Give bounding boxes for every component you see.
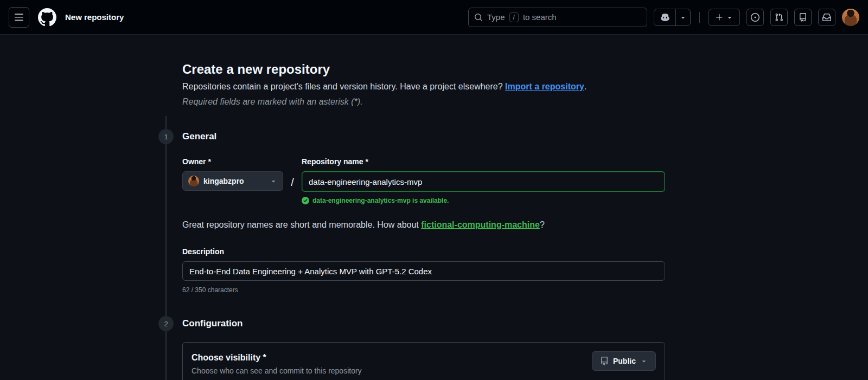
availability-text: data-engineering-analytics-mvp is availa… bbox=[312, 197, 449, 204]
steps-connector-line bbox=[165, 116, 167, 380]
page-title: Create a new repository bbox=[182, 61, 665, 78]
issues-button[interactable] bbox=[746, 9, 764, 26]
search-icon bbox=[474, 13, 483, 22]
owner-select-button[interactable]: kingabzpro bbox=[182, 171, 283, 191]
git-pull-request-icon bbox=[775, 13, 783, 22]
hamburger-menu-button[interactable] bbox=[9, 7, 29, 28]
suggestion-suffix: ? bbox=[540, 220, 545, 229]
choose-visibility-label: Choose visibility * bbox=[192, 352, 362, 363]
copilot-dropdown-button[interactable] bbox=[676, 9, 690, 25]
copilot-split-button bbox=[654, 9, 691, 26]
copilot-icon bbox=[660, 12, 670, 22]
main-content: Create a new repository Repositories con… bbox=[0, 35, 868, 380]
general-section: 1 General Owner * kingabzpro / Rep bbox=[182, 129, 665, 294]
configuration-heading: Configuration bbox=[182, 318, 242, 329]
step-1-badge: 1 bbox=[158, 129, 174, 144]
inbox-button[interactable] bbox=[818, 9, 835, 26]
import-repository-link[interactable]: Import a repository bbox=[505, 82, 584, 91]
search-placeholder-prefix: Type bbox=[487, 12, 505, 22]
character-counter: 62 / 350 characters bbox=[182, 286, 665, 294]
user-avatar[interactable] bbox=[842, 9, 859, 26]
copilot-button[interactable] bbox=[654, 9, 676, 25]
visibility-help-text: Choose who can see and commit to this re… bbox=[192, 366, 362, 375]
general-heading: General bbox=[182, 131, 216, 142]
suggestion-prefix: Great repository names are short and mem… bbox=[182, 220, 421, 229]
owner-label: Owner * bbox=[182, 156, 283, 167]
repository-name-label: Repository name * bbox=[302, 156, 665, 167]
pull-requests-button[interactable] bbox=[770, 9, 788, 26]
create-new-button[interactable] bbox=[709, 9, 740, 26]
intro-text-end: . bbox=[584, 82, 586, 91]
owner-repo-separator: / bbox=[283, 172, 302, 192]
visibility-select-button[interactable]: Public bbox=[592, 351, 656, 371]
repository-name-input[interactable] bbox=[302, 171, 665, 192]
visibility-value: Public bbox=[613, 357, 636, 365]
inbox-icon bbox=[822, 13, 831, 22]
chevron-down-icon bbox=[726, 14, 733, 21]
chevron-down-icon bbox=[640, 357, 648, 365]
repo-icon bbox=[799, 13, 807, 22]
required-fields-note: Required fields are marked with an aster… bbox=[182, 95, 665, 108]
description-input[interactable] bbox=[182, 261, 665, 281]
step-2-badge: 2 bbox=[158, 316, 174, 331]
issue-opened-icon bbox=[751, 13, 760, 22]
intro-text: Repositories contain a project's files a… bbox=[182, 80, 665, 93]
owner-avatar bbox=[188, 176, 199, 186]
chevron-down-icon bbox=[270, 177, 277, 185]
header-divider bbox=[699, 12, 700, 23]
availability-message: data-engineering-analytics-mvp is availa… bbox=[302, 197, 665, 204]
description-label: Description bbox=[182, 246, 665, 257]
visibility-card: Choose visibility * Choose who can see a… bbox=[182, 342, 665, 380]
chevron-down-icon bbox=[679, 14, 687, 21]
owner-name: kingabzpro bbox=[203, 177, 244, 185]
global-search-input[interactable]: Type / to search bbox=[468, 8, 647, 27]
slash-key-hint: / bbox=[509, 12, 519, 22]
suggested-name-link[interactable]: fictional-computing-machine bbox=[421, 220, 540, 229]
github-logo[interactable] bbox=[38, 8, 56, 27]
three-bars-icon bbox=[14, 12, 24, 22]
repositories-button[interactable] bbox=[794, 9, 812, 26]
configuration-section: 2 Configuration Choose visibility * Choo… bbox=[182, 316, 665, 380]
intro-text-body: Repositories contain a project's files a… bbox=[182, 82, 505, 91]
search-placeholder-suffix: to search bbox=[523, 12, 557, 22]
name-suggestion: Great repository names are short and mem… bbox=[182, 218, 665, 231]
check-circle-icon bbox=[302, 197, 309, 204]
plus-icon bbox=[715, 13, 724, 22]
page-context-title: New repository bbox=[65, 12, 124, 22]
global-header: New repository Type / to search bbox=[0, 0, 868, 35]
repo-icon bbox=[600, 357, 609, 365]
